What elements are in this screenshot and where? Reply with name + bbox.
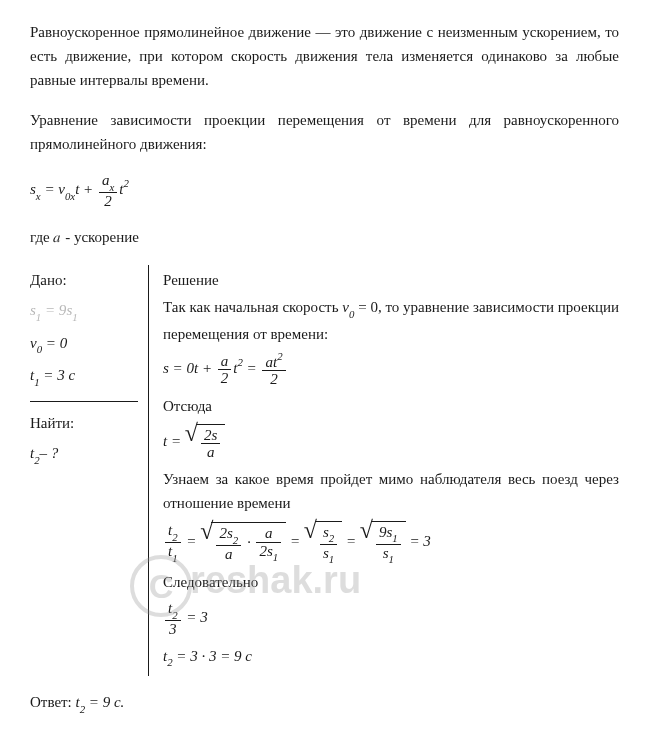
where-text: где 𝑎 - ускорение [30,225,619,249]
solution-p3: Узнаем за какое время пройдет мимо наблю… [163,467,619,515]
given-line-2: v0 = 0 [30,331,138,357]
given-block: Дано: s1 = 9s1 v0 = 0 t1 = 3 с [30,268,138,402]
given-line-3: t1 = 3 с [30,363,138,389]
find-title: Найти: [30,411,138,435]
intro-paragraph-1: Равноускоренное прямолинейное движение —… [30,20,619,92]
find-line-1: t2– ? [30,441,138,467]
given-line-1: s1 = 9s1 [30,298,138,324]
find-block: Найти: t2– ? [30,402,138,467]
solution-p2: Отсюда [163,394,619,418]
solution-title: Решение [163,268,619,292]
left-column: Дано: s1 = 9s1 v0 = 0 t1 = 3 с Найти: t2… [30,265,149,676]
intro-paragraph-2: Уравнение зависимости проекции перемещен… [30,108,619,156]
right-column: Решение Так как начальная скорость v0 = … [149,265,619,676]
given-title: Дано: [30,268,138,292]
main-formula: sx = v0xt + ax2t2 [30,172,619,209]
solution-table: Дано: s1 = 9s1 v0 = 0 t1 = 3 с Найти: t2… [30,265,619,676]
solution-eq3: t2t1 = √2s2a ∙ a2s1 = √s2s1 = √9s1s1 = 3 [163,521,619,565]
solution-eq4: t23 = 3 [163,600,619,637]
solution-eq5: t2 = 3 ∙ 3 = 9 с [163,644,619,670]
solution-p4: Следовательно [163,570,619,594]
solution-eq1: s = 0t + a2t2 = at22 [163,352,619,388]
answer-line: Ответ: t2 = 9 с. [30,690,619,716]
solution-eq2: t = √2sa [163,424,619,461]
solution-p1: Так как начальная скорость v0 = 0, то ур… [163,295,619,345]
